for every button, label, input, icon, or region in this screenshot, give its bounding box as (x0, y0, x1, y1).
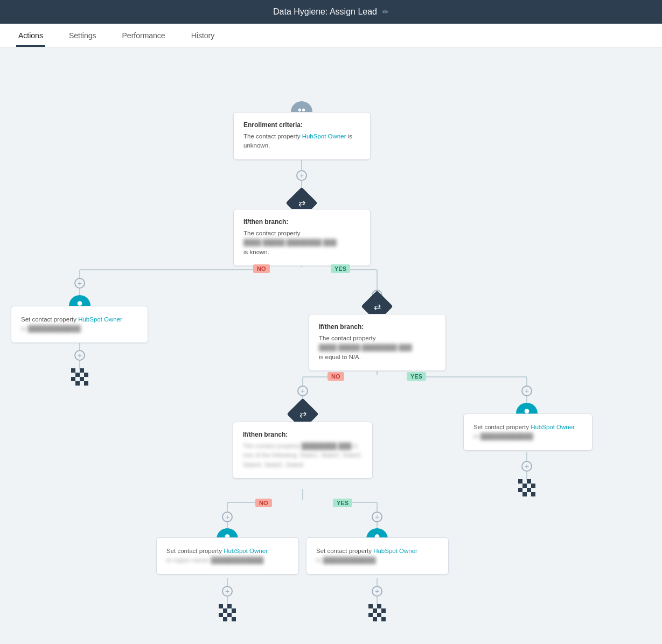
workflow-canvas: Enrollment criteria: The contact propert… (0, 47, 662, 644)
enrollment-body: The contact property HubSpot Owner is un… (243, 132, 360, 151)
tab-performance[interactable]: Performance (120, 26, 168, 47)
branch2-title: If/then branch: (319, 323, 436, 331)
branch1-title: If/then branch: (243, 218, 360, 226)
end-node-bottom-right (368, 604, 386, 621)
plus-connector-1[interactable]: + (296, 170, 307, 181)
branch1-yes-label: YES (331, 264, 350, 273)
tab-settings[interactable]: Settings (67, 26, 99, 47)
page-title: Data Hygiene: Assign Lead (273, 7, 377, 17)
enrollment-card: Enrollment criteria: The contact propert… (233, 112, 371, 160)
end-node-left (71, 368, 88, 386)
nav-tabs: Actions Settings Performance History (0, 24, 662, 47)
branch2-card: If/then branch: The contact property ███… (309, 314, 446, 371)
plus-connector-left1[interactable]: + (74, 278, 85, 289)
action-body-bottom-right: Set contact property HubSpot Owner to ██… (316, 547, 438, 565)
end-node-right1 (518, 479, 535, 496)
branch1-no-label: NO (253, 264, 270, 273)
branch3-no-label: NO (255, 499, 272, 507)
branch3-yes-label: YES (333, 499, 352, 507)
action-body-left1: Set contact property HubSpot Owner to ██… (21, 315, 138, 334)
edit-icon[interactable]: ✏ (382, 8, 389, 16)
action-card-right1: Set contact property HubSpot Owner to ██… (463, 414, 593, 451)
branch3-body: The contact property ████████ ███ is one… (243, 442, 363, 470)
plus-connector-bottom-right[interactable]: + (372, 512, 382, 522)
branch2-no-label: NO (327, 372, 344, 381)
action-body-bottom-left: Set contact property HubSpot Owner to re… (166, 547, 289, 565)
plus-connector-mid1[interactable]: + (297, 386, 308, 396)
branch3-title: If/then branch: (243, 431, 363, 438)
action-card-bottom-right: Set contact property HubSpot Owner to ██… (306, 537, 449, 575)
action-body-right1: Set contact property HubSpot Owner to ██… (473, 423, 582, 442)
branch1-body: The contact property ████ █████ ████████… (243, 229, 360, 257)
end-node-bottom-left (219, 604, 236, 621)
plus-connector-bottom-right2[interactable]: + (372, 586, 382, 597)
branch1-card: If/then branch: The contact property ███… (233, 209, 371, 266)
plus-connector-bottom-left[interactable]: + (222, 512, 233, 522)
action-card-bottom-left: Set contact property HubSpot Owner to re… (156, 537, 299, 575)
branch3-card: If/then branch: The contact property ███… (233, 422, 373, 479)
tab-history[interactable]: History (189, 26, 217, 47)
plus-connector-bottom-left2[interactable]: + (222, 586, 233, 597)
branch2-yes-label: YES (407, 372, 426, 381)
enrollment-title: Enrollment criteria: (243, 121, 360, 129)
branch2-body: The contact property ████ █████ ████████… (319, 334, 436, 362)
app-header: Data Hygiene: Assign Lead ✏ (0, 0, 662, 24)
action-card-left1: Set contact property HubSpot Owner to ██… (11, 306, 148, 343)
plus-connector-left2[interactable]: + (74, 350, 85, 361)
plus-connector-right2[interactable]: + (521, 386, 532, 396)
tab-actions[interactable]: Actions (16, 26, 45, 47)
plus-connector-right3[interactable]: + (521, 461, 532, 472)
